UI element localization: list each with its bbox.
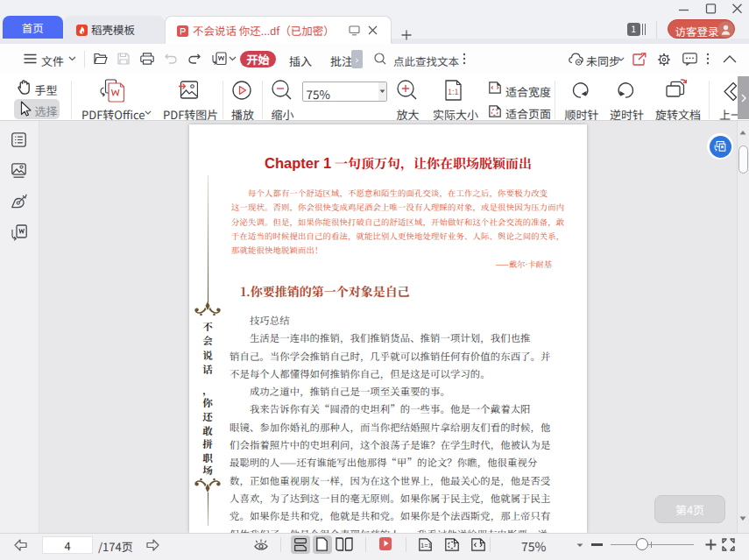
- svg-text:1:1: 1:1: [448, 86, 459, 97]
- svg-text:1=1: 1=1: [420, 540, 432, 549]
